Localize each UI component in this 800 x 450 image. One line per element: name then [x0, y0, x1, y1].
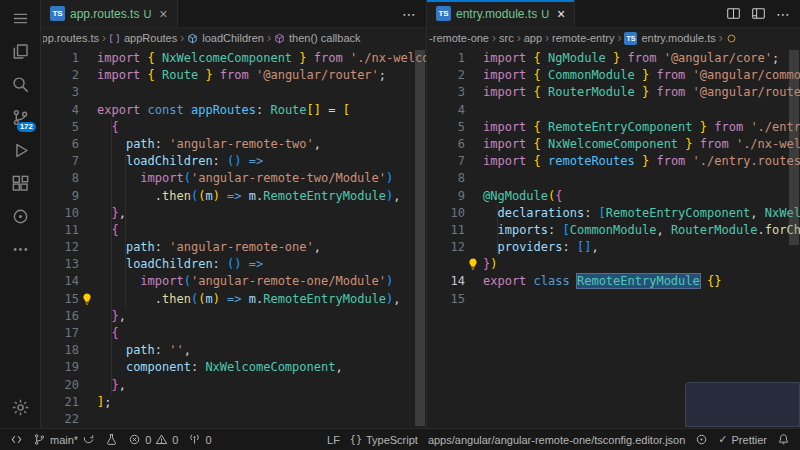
code-line[interactable]: 4: [427, 102, 800, 119]
code-line[interactable]: 1import { NxWelcomeComponent } from './n…: [41, 50, 426, 67]
editor-right[interactable]: 1import { NgModule } from '@angular/core…: [427, 48, 800, 428]
menu-button[interactable]: [0, 2, 40, 35]
bell-icon: [777, 433, 790, 446]
code-line[interactable]: }): [427, 256, 800, 273]
line-number: 15: [41, 291, 79, 308]
glyph-margin: [79, 325, 97, 342]
customize-layout-icon[interactable]: [751, 6, 766, 21]
manage-button[interactable]: [0, 391, 40, 424]
tab-app-routes-ts[interactable]: TS app.routes.ts U ×: [41, 0, 178, 27]
code-line[interactable]: 15: [427, 291, 800, 308]
code-line[interactable]: 6import { NxWelcomeComponent } from './n…: [427, 136, 800, 153]
line-number: 7: [41, 153, 79, 170]
more-actions-icon[interactable]: ⋯: [402, 6, 417, 22]
explorer-icon: [11, 42, 30, 61]
breadcrumb-folder[interactable]: src: [499, 32, 514, 44]
glyph-margin: [465, 119, 483, 136]
split-editor-icon[interactable]: [726, 6, 741, 21]
code-line[interactable]: 3: [41, 84, 426, 101]
code-line[interactable]: 2import { CommonModule } from '@angular/…: [427, 67, 800, 84]
tab-bar-right: TS entry.module.ts U × ⋯: [427, 0, 800, 28]
language-mode-item[interactable]: {} TypeScript: [345, 429, 423, 450]
code-line[interactable]: 7 loadChildren: () =>: [41, 153, 426, 170]
ports-item[interactable]: 0: [183, 429, 216, 450]
sidebar-item-explorer[interactable]: [0, 35, 40, 68]
chevron-icon: ›: [544, 31, 550, 45]
close-icon[interactable]: ×: [159, 7, 167, 21]
broadcast-icon: [695, 433, 708, 446]
code-line[interactable]: 11 {: [41, 222, 426, 239]
tsconfig-item[interactable]: apps/angular/angular-remote-one/tsconfig…: [423, 429, 690, 450]
line-number: 6: [427, 136, 465, 153]
code-line[interactable]: 5 {: [41, 119, 426, 136]
code-line[interactable]: 2import { Route } from '@angular/router'…: [41, 67, 426, 84]
glyph-margin: [79, 308, 97, 325]
code-line[interactable]: 10 declarations: [RemoteEntryComponent, …: [427, 205, 800, 222]
glyph-margin: [465, 50, 483, 67]
code-line[interactable]: 21];: [41, 394, 426, 411]
code-line[interactable]: 14 import('angular-remote-one/Module'): [41, 273, 426, 290]
code-line[interactable]: 4export const appRoutes: Route[] = [: [41, 102, 426, 119]
notification-toast: [685, 382, 800, 427]
code-line[interactable]: 1import { NgModule } from '@angular/core…: [427, 50, 800, 67]
breadcrumb-symbol-then-callback[interactable]: then() callback: [274, 32, 361, 44]
code-line[interactable]: 18 path: '',: [41, 342, 426, 359]
breadcrumb-folder[interactable]: angular-remote-one: [429, 32, 489, 44]
line-number: 15: [427, 291, 465, 308]
code-line[interactable]: 20 },: [41, 377, 426, 394]
lightbulb-icon[interactable]: [466, 257, 480, 271]
code-line[interactable]: 9 .then((m) => m.RemoteEntryModule),: [41, 188, 426, 205]
code-line[interactable]: 22: [41, 411, 426, 428]
sidebar-item-extensions[interactable]: [0, 167, 40, 200]
glyph-margin: [79, 239, 97, 256]
code-line[interactable]: 19 component: NxWelcomeComponent,: [41, 359, 426, 376]
editor-left[interactable]: 1import { NxWelcomeComponent } from './n…: [41, 48, 426, 428]
code-line[interactable]: 11 imports: [CommonModule, RouterModule.…: [427, 222, 800, 239]
code-line[interactable]: 15 .then((m) => m.RemoteEntryModule),: [41, 291, 426, 308]
code-line[interactable]: 14export class RemoteEntryModule {}: [427, 273, 800, 290]
problems-item[interactable]: 0 0: [123, 429, 183, 450]
code-line[interactable]: 8 import('angular-remote-two/Module'): [41, 170, 426, 187]
beaker-item[interactable]: [100, 429, 123, 450]
notifications-bell[interactable]: [772, 429, 795, 450]
remote-explorer-icon: [11, 207, 30, 226]
code-line[interactable]: 12 path: 'angular-remote-one',: [41, 239, 426, 256]
code-line[interactable]: 7import { remoteRoutes } from './entry.r…: [427, 153, 800, 170]
code-line[interactable]: 16 },: [41, 308, 426, 325]
breadcrumb-symbol-loadchildren[interactable]: loadChildren: [187, 32, 264, 44]
code-line[interactable]: 12 providers: [],: [427, 239, 800, 256]
eol-indicator[interactable]: LF: [322, 429, 345, 450]
lightbulb-icon[interactable]: [80, 292, 94, 306]
breadcrumb-folder[interactable]: app: [524, 32, 542, 44]
sidebar-item-remote-explorer[interactable]: [0, 200, 40, 233]
code-text: },: [97, 377, 126, 394]
code-line[interactable]: 10 },: [41, 205, 426, 222]
tab-entry-module-ts[interactable]: TS entry.module.ts U ×: [427, 0, 575, 27]
broadcast-item[interactable]: [690, 429, 713, 450]
code-line[interactable]: 5import { RemoteEntryComponent } from '.…: [427, 119, 800, 136]
formatter-item[interactable]: ✓ Prettier: [713, 429, 772, 450]
breadcrumb-file[interactable]: app.routes.ts: [43, 32, 99, 44]
breadcrumb-symbol-approutes[interactable]: appRoutes: [109, 32, 177, 44]
code-line[interactable]: 3import { RouterModule } from '@angular/…: [427, 84, 800, 101]
breadcrumb-folder[interactable]: remote-entry: [552, 32, 614, 44]
code-line[interactable]: 9@NgModule({: [427, 188, 800, 205]
breadcrumb-file[interactable]: TS entry.module.ts: [624, 32, 715, 45]
scrollbar-left[interactable]: [414, 48, 426, 428]
code-text: declarations: [RemoteEntryComponent, NxW…: [483, 205, 800, 222]
code-line[interactable]: 8: [427, 170, 800, 187]
more-actions-icon[interactable]: ⋯: [776, 6, 791, 22]
sidebar-item-source-control[interactable]: 172: [0, 101, 40, 134]
sidebar-item-run-debug[interactable]: [0, 134, 40, 167]
additional-views-button[interactable]: [0, 233, 40, 266]
git-branch-item[interactable]: main*: [28, 429, 100, 450]
remote-indicator[interactable]: [5, 429, 28, 450]
close-icon[interactable]: ×: [557, 7, 565, 21]
git-status-badge: U: [541, 8, 549, 20]
line-number: 20: [41, 377, 79, 394]
sidebar-item-search[interactable]: [0, 68, 40, 101]
scrollbar-right[interactable]: [788, 48, 800, 428]
code-line[interactable]: 17 {: [41, 325, 426, 342]
code-line[interactable]: 13 loadChildren: () =>: [41, 256, 426, 273]
code-line[interactable]: 6 path: 'angular-remote-two',: [41, 136, 426, 153]
